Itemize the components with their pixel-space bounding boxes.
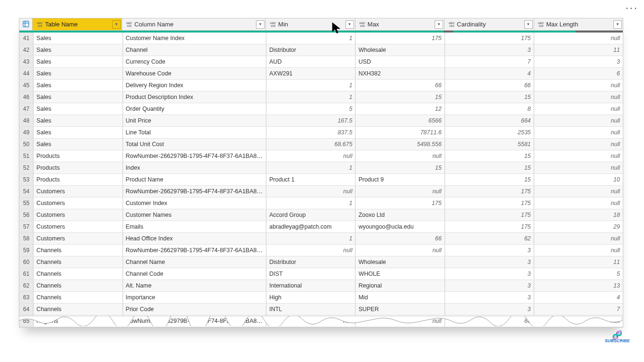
table-cell[interactable]: 15 (445, 91, 534, 103)
table-cell[interactable]: DIST (266, 268, 355, 280)
table-cell[interactable]: null (534, 197, 623, 209)
table-cell[interactable]: Sales (33, 33, 123, 44)
table-cell[interactable]: abradleyag@patch.com (266, 221, 355, 232)
row-index[interactable]: 48 (19, 115, 33, 126)
table-cell[interactable]: 18 (534, 209, 623, 221)
table-cell[interactable]: INTL (266, 304, 355, 315)
table-cell[interactable]: null (266, 245, 355, 256)
row-index[interactable]: 42 (19, 44, 33, 56)
row-index[interactable]: 63 (19, 292, 33, 303)
overflow-menu-icon[interactable]: ··· (626, 2, 638, 14)
row-index[interactable]: 57 (19, 221, 33, 232)
table-cell[interactable]: Channels (33, 280, 123, 291)
table-cell[interactable]: Mid (355, 292, 445, 303)
table-cell[interactable]: null (266, 150, 355, 162)
table-cell[interactable]: Prior Code (123, 304, 267, 315)
table-cell[interactable]: 1 (266, 91, 355, 103)
table-cell[interactable]: 175 (445, 33, 534, 44)
table-cell[interactable]: 66 (445, 80, 534, 91)
table-row[interactable]: 41SalesCustomer Name Index1175175null (19, 33, 623, 44)
table-row[interactable]: 43SalesCurrency CodeAUDUSD73 (19, 56, 623, 68)
row-index[interactable]: 46 (19, 91, 33, 103)
table-cell[interactable]: null (266, 186, 355, 197)
table-cell[interactable]: 15 (445, 174, 534, 185)
row-index[interactable]: 59 (19, 245, 33, 256)
table-cell[interactable]: 7 (445, 56, 534, 67)
table-cell[interactable]: USD (355, 56, 445, 67)
table-cell[interactable]: null (534, 233, 623, 244)
table-cell[interactable]: Sales (33, 139, 123, 150)
table-row[interactable]: 59ChannelsRowNumber-2662979B-1795-4F74-8… (19, 245, 623, 256)
table-cell[interactable]: 66 (355, 233, 445, 244)
table-cell[interactable]: 3 (445, 292, 534, 303)
table-cell[interactable]: 68.675 (266, 139, 355, 150)
table-cell[interactable]: Sales (33, 68, 123, 79)
table-row[interactable]: 52ProductsIndex11515null (19, 162, 623, 174)
table-row[interactable]: 61ChannelsChannel CodeDISTWHOLE35 (19, 268, 623, 280)
table-cell[interactable]: null (355, 150, 445, 162)
row-index[interactable]: 43 (19, 56, 33, 67)
table-cell[interactable]: 12 (355, 103, 445, 115)
table-row[interactable]: 50SalesTotal Unit Cost68.6755498.5565581… (19, 139, 623, 150)
filter-dropdown-icon[interactable]: ▼ (256, 20, 264, 29)
table-cell[interactable]: 10 (534, 174, 623, 185)
table-cell[interactable]: Products (33, 162, 123, 173)
table-cell[interactable]: null (534, 245, 623, 256)
table-row[interactable]: 60ChannelsChannel NameDistributorWholesa… (19, 256, 623, 268)
table-cell[interactable]: Customers (33, 197, 123, 209)
table-cell[interactable]: 3 (445, 268, 534, 280)
table-cell[interactable]: null (534, 150, 623, 162)
table-cell[interactable]: Sales (33, 80, 123, 91)
filter-dropdown-icon[interactable]: ▼ (613, 20, 622, 29)
table-cell[interactable]: SUPER (355, 304, 445, 315)
table-cell[interactable]: Total Unit Cost (123, 139, 267, 150)
table-cell[interactable]: Product Name (123, 174, 267, 185)
table-cell[interactable]: null (355, 245, 445, 256)
table-cell[interactable]: Order Quantity (123, 103, 267, 115)
table-cell[interactable]: 66 (355, 80, 445, 91)
table-cell[interactable]: Channels (33, 292, 123, 303)
table-cell[interactable]: Index (123, 162, 267, 173)
table-cell[interactable]: Product 9 (355, 174, 445, 185)
table-cell[interactable]: RowNumber-2662979B-1795-4F74-8F37-6A1BA8… (123, 150, 267, 162)
table-cell[interactable]: 5581 (445, 139, 534, 150)
row-index[interactable]: 55 (19, 197, 33, 209)
table-cell[interactable]: Customers (33, 233, 123, 244)
table-cell[interactable]: Sales (33, 44, 123, 56)
table-cell[interactable]: Customer Name Index (123, 33, 267, 44)
table-cell[interactable]: Sales (33, 91, 123, 103)
table-cell[interactable]: 3 (445, 245, 534, 256)
table-cell[interactable]: null (534, 33, 623, 44)
table-cell[interactable]: 78711.6 (355, 127, 445, 138)
table-cell[interactable]: 1 (266, 197, 355, 209)
table-cell[interactable]: 6 (534, 68, 623, 79)
table-cell[interactable]: null (534, 127, 623, 138)
table-cell[interactable]: 11 (534, 256, 623, 268)
row-index[interactable]: 62 (19, 280, 33, 291)
table-row[interactable]: 42SalesChannelDistributorWholesale311 (19, 44, 623, 56)
table-cell[interactable]: Channels (33, 256, 123, 268)
table-cell[interactable]: Wholesale (355, 44, 445, 56)
table-cell[interactable]: AUD (266, 56, 355, 67)
table-cell[interactable]: Sales (33, 56, 123, 67)
column-header-max[interactable]: ABC123 Max ▼ (355, 18, 445, 30)
table-cell[interactable]: 3 (445, 304, 534, 315)
table-cell[interactable]: AXW291 (266, 68, 355, 79)
table-cell[interactable]: null (534, 315, 623, 327)
table-cell[interactable]: Alt. Name (123, 280, 267, 291)
column-header-cardinality[interactable]: ABC123 Cardinality ▼ (445, 18, 534, 30)
table-cell[interactable]: null (534, 103, 623, 115)
row-index[interactable]: 64 (19, 304, 33, 315)
table-cell[interactable]: Importance (123, 292, 267, 303)
table-cell[interactable]: Emails (123, 221, 267, 232)
table-cell[interactable]: Product Description Index (123, 91, 267, 103)
table-cell[interactable]: Sales (33, 115, 123, 126)
row-index[interactable]: 56 (19, 209, 33, 221)
table-cell[interactable]: 837.5 (266, 127, 355, 138)
table-cell[interactable]: null (355, 186, 445, 197)
table-cell[interactable]: Currency Code (123, 56, 267, 67)
table-cell[interactable]: Warehouse Code (123, 68, 267, 79)
table-row[interactable]: 64ChannelsPrior CodeINTLSUPER37 (19, 304, 623, 315)
table-cell[interactable]: 15 (355, 91, 445, 103)
table-cell[interactable]: 4 (445, 68, 534, 79)
